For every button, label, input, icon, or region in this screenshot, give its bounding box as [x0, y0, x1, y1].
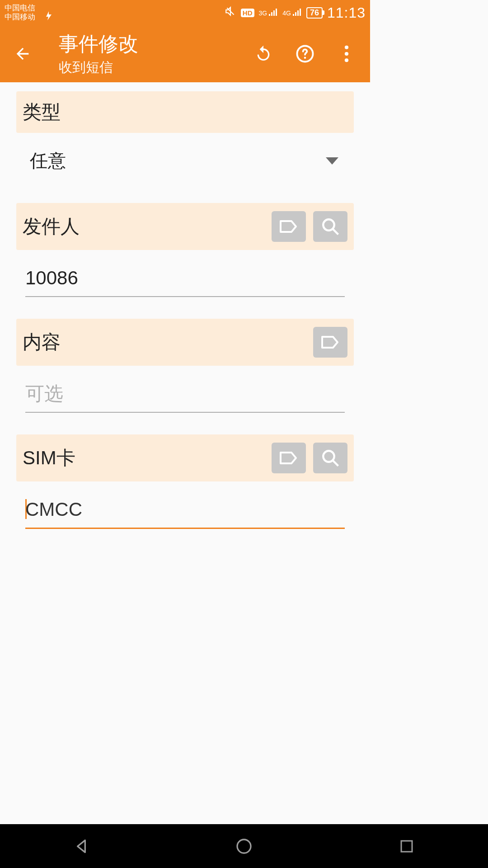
appbar-actions	[253, 44, 361, 64]
svg-point-1	[304, 57, 306, 59]
section-header-type: 类型	[16, 91, 354, 133]
content-tag-button[interactable]	[313, 327, 347, 358]
search-icon	[321, 217, 340, 236]
page-subtitle: 收到短信	[59, 58, 253, 77]
status-clock: 11:13	[327, 5, 366, 21]
tag-icon	[279, 450, 299, 466]
signal-1: 3G	[259, 9, 278, 17]
svg-point-3	[345, 52, 348, 56]
sender-input[interactable]	[25, 264, 345, 292]
signal-2-label: 4G	[282, 9, 291, 17]
status-bar: 中国电信 中国移动 HD 3G 4G 76 11:13	[0, 0, 370, 25]
section-header-sender: 发件人	[16, 203, 354, 250]
sim-search-button[interactable]	[313, 443, 347, 473]
svg-point-5	[323, 219, 334, 231]
signal-2: 4G	[282, 9, 302, 17]
type-value: 任意	[30, 148, 66, 173]
svg-line-6	[333, 229, 338, 234]
sim-input[interactable]: CMCC	[25, 495, 82, 523]
back-button[interactable]	[9, 44, 36, 64]
help-icon	[296, 44, 314, 63]
svg-point-4	[345, 58, 348, 62]
sender-search-button[interactable]	[313, 211, 347, 242]
sim-tag-button[interactable]	[272, 443, 306, 473]
type-dropdown[interactable]: 任意	[16, 136, 354, 191]
sender-input-row[interactable]	[25, 264, 345, 297]
battery-badge: 76	[306, 7, 323, 19]
arrow-left-icon	[14, 45, 32, 63]
charging-icon	[45, 11, 52, 23]
carrier-2-label: 中国移动	[5, 13, 35, 22]
mute-icon	[225, 5, 236, 20]
signal-1-label: 3G	[259, 9, 267, 17]
more-vert-icon	[344, 45, 349, 62]
status-carriers: 中国电信 中国移动	[5, 4, 35, 22]
undo-icon	[254, 45, 272, 63]
type-label: 类型	[23, 99, 61, 125]
help-button[interactable]	[295, 44, 315, 64]
status-right: HD 3G 4G 76 11:13	[225, 5, 366, 21]
section-header-content: 内容	[16, 319, 354, 366]
tag-icon	[320, 335, 340, 350]
app-bar: 事件修改 收到短信	[0, 25, 370, 82]
sender-label: 发件人	[23, 214, 80, 239]
svg-point-2	[345, 46, 348, 49]
svg-point-7	[323, 451, 334, 462]
search-icon	[321, 448, 340, 467]
page-title: 事件修改	[59, 31, 253, 57]
carrier-1-label: 中国电信	[5, 4, 35, 13]
overflow-menu-button[interactable]	[337, 44, 357, 64]
tag-icon	[279, 219, 299, 234]
svg-line-8	[333, 460, 338, 466]
content-label: 内容	[23, 330, 61, 355]
appbar-titles: 事件修改 收到短信	[36, 31, 253, 77]
undo-button[interactable]	[253, 44, 273, 64]
content-input-row[interactable]	[25, 379, 345, 413]
sim-input-row[interactable]: CMCC	[25, 495, 345, 529]
hd-badge: HD	[241, 9, 254, 17]
sender-tag-button[interactable]	[272, 211, 306, 242]
section-header-sim: SIM卡	[16, 434, 354, 481]
content-input[interactable]	[25, 379, 345, 407]
form-content: 类型 任意 发件人 内容 SIM卡	[0, 82, 370, 560]
sim-label: SIM卡	[23, 445, 75, 471]
chevron-down-icon	[326, 157, 338, 165]
